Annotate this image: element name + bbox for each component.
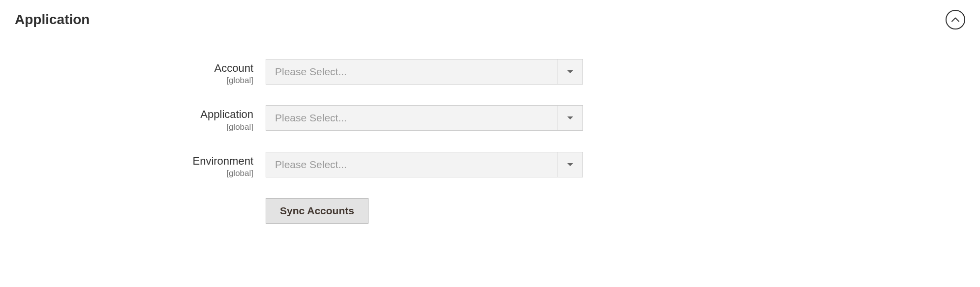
field-label: Application [15,108,253,121]
field-scope: [global] [15,122,253,132]
field-row-application: Application [global] Please Select... [15,105,965,132]
select-value[interactable]: Please Select... [266,59,557,84]
environment-select[interactable]: Please Select... [266,152,583,177]
section-header: Application [15,10,965,29]
chevron-down-icon [567,160,574,169]
chevron-up-icon [951,16,959,24]
select-arrow-button[interactable] [557,106,582,130]
field-scope: [global] [15,169,253,178]
field-label-col: Environment [global] [15,152,266,178]
field-control-col: Please Select... [266,59,583,85]
field-control-col: Please Select... [266,152,583,177]
collapse-button[interactable] [946,10,965,29]
field-scope: [global] [15,76,253,86]
field-row-environment: Environment [global] Please Select... [15,152,965,178]
select-arrow-button[interactable] [557,152,582,177]
field-row-sync: Sync Accounts [15,198,965,224]
field-label: Account [15,62,253,75]
field-label-col: Account [global] [15,59,266,86]
field-label: Environment [15,155,253,168]
select-value[interactable]: Please Select... [266,106,557,130]
section-title: Application [15,12,90,28]
account-select[interactable]: Please Select... [266,59,583,85]
select-value[interactable]: Please Select... [266,152,557,177]
chevron-down-icon [567,67,574,76]
field-control-col: Sync Accounts [266,198,368,224]
field-label-col: Application [global] [15,105,266,132]
field-row-account: Account [global] Please Select... [15,59,965,86]
field-control-col: Please Select... [266,105,583,131]
chevron-down-icon [567,114,574,122]
application-select[interactable]: Please Select... [266,105,583,131]
sync-accounts-button[interactable]: Sync Accounts [266,198,368,224]
select-arrow-button[interactable] [557,59,582,84]
field-label-col [15,198,266,201]
